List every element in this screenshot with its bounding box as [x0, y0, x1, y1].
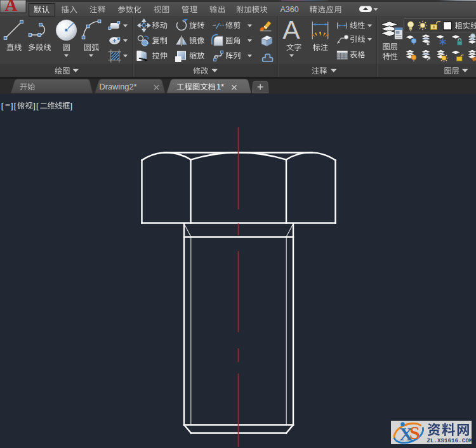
svg-text:A360: A360: [281, 5, 299, 14]
svg-text:]: ]: [33, 101, 36, 110]
svg-text:[: [: [1, 101, 4, 110]
svg-text:]: ]: [11, 101, 13, 110]
svg-text:Drawing2*: Drawing2*: [100, 82, 137, 91]
svg-text:]: ]: [70, 101, 72, 110]
svg-text:A: A: [5, 0, 18, 15]
svg-text:S: S: [409, 422, 420, 443]
svg-text:[: [: [36, 101, 39, 110]
svg-text:1*: 1*: [216, 82, 224, 91]
svg-text:A: A: [282, 15, 300, 44]
svg-text:[: [: [14, 101, 17, 110]
svg-text:ZL.XS1616.COM: ZL.XS1616.COM: [427, 437, 473, 444]
